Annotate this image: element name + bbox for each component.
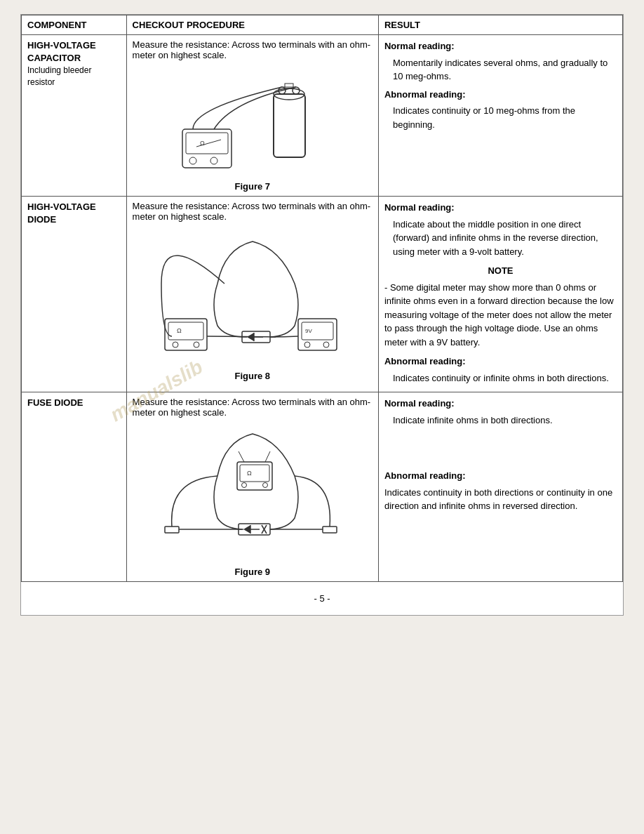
figure-7-container: Ω Figure 7: [133, 66, 373, 192]
page-footer: - 5 -: [21, 582, 623, 615]
header-component: COMPONENT: [22, 15, 127, 35]
component-name-2: HIGH-VOLTAGE DIODE: [27, 201, 121, 226]
svg-rect-36: [323, 527, 337, 533]
svg-rect-12: [165, 319, 207, 350]
svg-point-41: [262, 483, 267, 488]
table-row: FUSE DIODE Measure the resistance: Acros…: [22, 392, 623, 582]
figure-7-label: Figure 7: [234, 181, 270, 192]
svg-line-44: [265, 451, 270, 462]
figure-9-container: Ω Figure 9: [133, 423, 373, 577]
svg-rect-34: [165, 527, 179, 533]
svg-point-3: [210, 157, 217, 164]
svg-text:9V: 9V: [305, 328, 312, 334]
figure-9-label: Figure 9: [234, 567, 270, 577]
svg-point-14: [173, 342, 178, 348]
svg-marker-28: [243, 525, 250, 534]
svg-rect-13: [168, 322, 203, 340]
result-3: Normal reading: Indicate infinite ohms i…: [384, 397, 617, 513]
svg-point-40: [241, 483, 246, 488]
svg-rect-38: [237, 462, 272, 490]
figure-7-svg: Ω: [175, 66, 330, 178]
component-name-1: HIGH-VOLTAGE CAPACITOR: [27, 39, 121, 65]
svg-text:Ω: Ω: [177, 327, 182, 334]
svg-text:Ω: Ω: [200, 140, 205, 147]
svg-point-24: [304, 342, 310, 348]
checkout-text-1: Measure the resistance: Across two termi…: [133, 39, 373, 60]
figure-8-label: Figure 8: [234, 371, 270, 381]
component-sub-1: Including bleeder resistor: [27, 65, 121, 88]
table-row: HIGH-VOLTAGE CAPACITOR Including bleeder…: [22, 35, 623, 197]
result-2: Normal reading: Indicate about the middl…: [384, 201, 617, 385]
svg-point-25: [323, 342, 329, 348]
svg-line-43: [239, 451, 244, 462]
svg-rect-22: [298, 319, 337, 350]
figure-8-svg: Ω: [161, 227, 344, 368]
figure-8-container: Ω: [133, 227, 373, 381]
result-1: Normal reading: Momentarily indicates se…: [384, 39, 617, 131]
checkout-text-2: Measure the resistance: Across two termi…: [133, 201, 373, 222]
svg-rect-39: [240, 465, 269, 482]
svg-text:Ω: Ω: [247, 470, 252, 477]
header-result: RESULT: [378, 15, 622, 35]
table-row: HIGH-VOLTAGE DIODE Measure the resistanc…: [22, 197, 623, 392]
svg-rect-1: [186, 133, 228, 154]
figure-9-svg: Ω: [161, 423, 344, 564]
header-checkout: CHECKOUT PROCEDURE: [126, 15, 378, 35]
svg-rect-4: [274, 94, 305, 157]
svg-point-15: [194, 342, 199, 348]
component-name-3: FUSE DIODE: [27, 397, 121, 409]
checkout-text-3: Measure the resistance: Across two termi…: [133, 397, 373, 418]
svg-point-2: [189, 157, 196, 164]
